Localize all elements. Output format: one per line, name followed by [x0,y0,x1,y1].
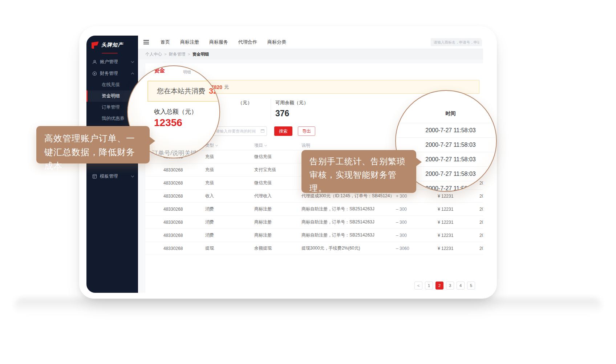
time-cell: 2000-7-27 11:58:03 [479,207,483,212]
amount-cell: + 300 [396,194,438,199]
page-button-5[interactable]: 5 [467,282,475,290]
project-cell: 商标注册 [254,219,301,225]
desc-cell: 提现3000元，手续费2%(60元) [301,245,396,251]
amount-cell: – 3060 [396,246,438,251]
template-icon [92,174,97,179]
callout-left: 高效管理账户订单、一键汇总数据，降低财务成本 [36,126,150,163]
type-cell: 提现 [205,245,254,251]
table-row: 48330268消费商标注册商标自助注册，订单号：SB2514263J– 300… [145,229,483,242]
order-cell: 48330268 [145,181,205,186]
table-row: 48330268提现余额提现提现3000元，手续费2%(60元)– 3060¥ … [145,242,483,255]
project-cell: 商标注册 [254,206,301,212]
balance-cell: ¥ 12231 [438,246,479,251]
callout-right: 告别手工统计、告别繁琐审核，实现智能财务管理。 [301,150,416,193]
sort-caret-icon[interactable] [215,144,218,146]
desc-cell: 商标自助注册，订单号：SB2514263J [301,219,396,225]
desc-cell: 商标自助注册，订单号：SB2514263J [301,232,396,238]
sidebar-item-label: 账户管理 [100,59,129,65]
time-cell: 2000-7-27 11:58:03 [479,246,483,251]
order-cell: 48330268 [145,167,205,173]
type-cell: 消费 [205,219,254,225]
stat-balance: 可用余额（元） 376 [271,99,308,120]
page-button-1[interactable]: 1 [425,282,433,290]
project-cell: 余额提现 [254,245,301,251]
stat-value: 376 [275,109,308,118]
export-button[interactable]: 导出 [298,126,315,136]
balance-cell: ¥ 12231 [438,194,479,199]
breadcrumb-item[interactable]: 财务管理 [169,52,186,57]
finance-icon [92,71,97,76]
logo-caption [102,53,118,54]
nav-item-4[interactable]: 代理合作 [238,39,257,45]
page-button-2[interactable]: 2 [435,282,443,290]
stat-expense: （元） [238,99,271,120]
column-header[interactable]: 项目 [254,142,301,149]
column-header-label: 项目 [254,143,263,148]
type-cell: 消费 [205,206,254,212]
sidebar-item-template[interactable]: 模板管理 [86,170,138,182]
amount-cell: – 300 [396,220,438,225]
nav-item-3[interactable]: 商标服务 [209,39,228,45]
table-row: 48330268消费商标注册商标自助注册，订单号：SB2514263J– 300… [145,203,483,216]
amount-cell: – 300 [396,207,438,212]
sidebar-item-label: 模板管理 [100,173,129,179]
breadcrumb-separator: > [164,52,167,56]
brand-logo[interactable]: 头牌知产 [86,36,138,52]
sidebar-subitem[interactable]: 在线充值 [86,79,138,90]
laptop-base-shadow [15,298,601,313]
column-header-label: 说明 [301,143,310,148]
project-cell: 微信充值 [254,180,301,186]
pagination: < 12345 [414,282,475,290]
order-cell: 48330268 [145,233,205,238]
magnified-income-label: 收入总额（元） [154,108,197,116]
breadcrumb: 个人中心>财务管理>资金明细 [138,49,483,60]
project-cell: 微信充值 [254,154,301,160]
topnav-items: 首页商标注册商标服务代理合作商标分类 [161,39,286,45]
page-button-4[interactable]: 4 [457,282,465,290]
calendar-icon[interactable] [261,129,264,133]
chevron-down-icon [131,174,134,177]
search-button[interactable]: 搜索 [274,126,292,136]
page-button-3[interactable]: 3 [446,282,454,290]
column-header[interactable]: 类型 [205,142,254,149]
magnified-time-column-header: 时间 [396,110,496,117]
stat-label: 可用余额（元） [275,100,308,106]
sort-caret-icon[interactable] [264,144,267,146]
magnified-banner-prefix: 您在本站共消费 [157,86,205,96]
type-cell: 充值 [205,180,254,186]
chevron-down-icon [131,60,134,62]
breadcrumb-item[interactable]: 个人中心 [145,52,162,57]
time-cell: 2000-7-27 11:58:03 [479,233,483,238]
time-cell: 2000-7-27 11:58:03 [479,194,483,199]
chevron-up-icon [131,72,134,75]
project-cell: 支付宝充值 [254,167,301,173]
date-query-input[interactable] [212,126,267,136]
nav-item-5[interactable]: 商标分类 [267,39,286,45]
nav-item-2[interactable]: 商标注册 [180,39,199,45]
type-cell: 充值 [205,167,254,173]
magnified-tab-fragment-gray: 明细 [183,69,191,75]
balance-cell: ¥ 12231 [438,220,479,225]
prev-page-button[interactable]: < [414,282,422,290]
balance-cell: ¥ 12231 [438,207,479,212]
top-navbar: 首页商标注册商标服务代理合作商标分类 [138,36,483,49]
table-row: 48330268消费商标注册商标自助注册，订单号：SB2514263J– 300… [145,216,483,229]
nav-item-1[interactable]: 首页 [161,39,170,45]
hamburger-menu-icon[interactable] [139,36,152,49]
page-background: 头牌知产 账户管理 财务管理 在线充值资金明细 [0,0,616,364]
sidebar: 头牌知产 账户管理 财务管理 在线充值资金明细 [86,36,138,293]
stat-label: （元） [238,100,271,106]
breadcrumb-item[interactable]: 资金明细 [192,52,209,57]
time-cell: 2000-7-27 11:58:03 [479,220,483,225]
search-input[interactable] [431,38,482,46]
user-icon [92,60,97,64]
magnified-consumption-banner: 您在本站共消费 32124 [147,81,220,102]
column-header: 说明 [301,142,396,149]
sidebar-item-finance[interactable]: 财务管理 [86,68,138,79]
breadcrumb-separator: > [188,52,190,56]
type-cell: 收入 [205,193,254,199]
type-cell: 充值 [205,154,254,160]
sidebar-item-account[interactable]: 账户管理 [86,56,138,68]
type-cell: 消费 [205,232,254,238]
desc-cell: 商标自助注册，订单号：SB2514263J [301,206,396,212]
